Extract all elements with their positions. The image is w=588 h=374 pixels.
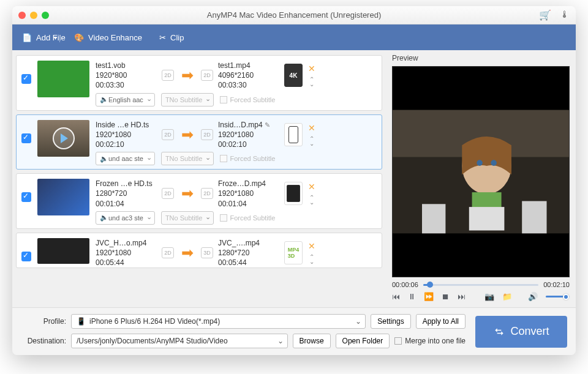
file-card[interactable]: Frozen …e HD.ts1280*72000:01:04 2D ➡ 2D … (16, 173, 382, 229)
subtitle-select[interactable]: T No Subtitle (161, 211, 214, 225)
device-icon[interactable] (284, 123, 303, 146)
volume-icon[interactable]: 🔊 (528, 292, 538, 301)
destination-label: Destination: (21, 337, 66, 345)
scissors-icon: ✂ (159, 33, 166, 42)
browse-button[interactable]: Browse (293, 334, 331, 348)
apply-all-button[interactable]: Apply to All (416, 314, 466, 329)
forced-subtitle-checkbox[interactable]: Forced Subtitle (220, 214, 275, 222)
audio-select[interactable]: 🔈 English aac (96, 93, 155, 107)
device-icon[interactable] (284, 182, 303, 205)
add-file-icon: 📄 (22, 33, 32, 42)
settings-button[interactable]: Settings (371, 314, 410, 329)
checkbox[interactable] (21, 133, 31, 143)
edit-icon[interactable]: ✎ (265, 121, 270, 129)
enhance-label: Video Enhance (88, 33, 142, 42)
add-file-button[interactable]: 📄 Add File |▾ (22, 33, 57, 42)
audio-select[interactable]: 🔈 und ac3 ste (96, 211, 155, 225)
subtitle-select[interactable]: T No Subtitle (161, 93, 214, 107)
palette-icon: 🎨 (74, 33, 84, 42)
seek-slider[interactable] (423, 284, 538, 286)
time-bar: 00:00:06 00:02:10 (392, 281, 570, 288)
forced-subtitle-checkbox[interactable]: Forced Subtitle (220, 96, 275, 103)
dest-info: JVC_….mp41280*72000:05:44 (218, 238, 279, 268)
reorder-icon[interactable]: ⌃⌄ (309, 255, 314, 264)
subtitle-select[interactable]: T No Subtitle (161, 152, 214, 165)
remove-icon[interactable]: ✕ (308, 123, 315, 133)
open-folder-icon[interactable]: 📁 (502, 292, 512, 301)
file-card[interactable]: test1.vob1920*80000:03:30 2D ➡ 2D test1.… (16, 55, 382, 111)
source-info: JVC_H…o.mp41920*108000:05:44 (96, 238, 157, 268)
checkbox[interactable] (21, 252, 31, 261)
open-folder-button[interactable]: Open Folder (336, 334, 390, 348)
badge-3d: 3D (201, 247, 213, 258)
badge-2d: 2D (162, 129, 174, 140)
file-list: test1.vob1920*80000:03:30 2D ➡ 2D test1.… (12, 50, 386, 307)
pause-icon[interactable]: ⏸ (408, 292, 416, 301)
badge-2d: 2D (162, 70, 174, 81)
badge-2d: 2D (162, 188, 174, 199)
remove-icon[interactable]: ✕ (308, 64, 315, 73)
remove-icon[interactable]: ✕ (308, 241, 315, 251)
reorder-icon[interactable]: ⌃⌄ (309, 195, 314, 205)
stop-icon[interactable]: ⏹ (442, 292, 450, 301)
remove-icon[interactable]: ✕ (308, 182, 315, 192)
badge-2d: 2D (201, 70, 213, 81)
thumbnail[interactable] (37, 238, 89, 264)
svg-rect-7 (522, 201, 546, 234)
file-card[interactable]: JVC_H…o.mp41920*108000:05:44 2D ➡ 3D JVC… (16, 233, 382, 268)
merge-checkbox[interactable]: Merge into one file (394, 337, 466, 345)
svg-rect-8 (469, 207, 505, 230)
destination-input[interactable]: /Users/jonly/Documents/AnyMP4 Studio/Vid… (71, 334, 288, 348)
main-toolbar: 📄 Add File |▾ 🎨 Video Enhance ✂ Clip (12, 24, 576, 50)
preview-label: Preview (392, 54, 570, 62)
fast-forward-icon[interactable]: ⏩ (424, 292, 434, 301)
badge-2d: 2D (201, 129, 213, 140)
profile-label: Profile: (21, 317, 66, 326)
app-window: AnyMP4 Mac Video Enhancement (Unregister… (12, 6, 576, 355)
thumbnail[interactable] (37, 61, 89, 97)
arrow-icon: ➡ (181, 126, 194, 143)
svg-point-4 (491, 160, 497, 166)
volume-slider[interactable] (546, 296, 570, 297)
preview-panel: Preview 00:00:06 00:02:10 (386, 50, 576, 307)
window-title: AnyMP4 Mac Video Enhancement (Unregister… (12, 10, 576, 20)
video-enhance-button[interactable]: 🎨 Video Enhance (74, 33, 142, 42)
thumbnail[interactable] (37, 120, 89, 157)
dest-info: test1.mp44096*216000:03:30 (218, 61, 279, 91)
preview-screen[interactable] (392, 66, 570, 277)
thumbnail[interactable] (37, 179, 89, 215)
source-info: Frozen …e HD.ts1280*72000:01:04 (96, 179, 157, 209)
forced-subtitle-checkbox[interactable]: Forced Subtitle (220, 155, 275, 162)
snapshot-icon[interactable]: 📷 (484, 292, 494, 301)
bottom-bar: Profile: 📱iPhone 6 Plus/6 H.264 HD Video… (12, 307, 576, 355)
convert-label: Convert (510, 325, 549, 338)
clip-label: Clip (170, 33, 184, 42)
reorder-icon[interactable]: ⌃⌄ (309, 137, 314, 146)
profile-select[interactable]: 📱iPhone 6 Plus/6 H.264 HD Video(*.mp4) (71, 314, 366, 329)
titlebar: AnyMP4 Mac Video Enhancement (Unregister… (12, 6, 576, 24)
clip-button[interactable]: ✂ Clip (159, 33, 184, 42)
time-current: 00:00:06 (392, 281, 418, 288)
arrow-icon: ➡ (181, 185, 194, 202)
source-info: test1.vob1920*80000:03:30 (96, 61, 157, 91)
add-file-label: Add File (36, 33, 66, 42)
time-total: 00:02:10 (543, 281, 570, 288)
prev-icon[interactable]: ⏮ (392, 292, 400, 301)
file-card[interactable]: Inside …e HD.ts1920*108000:02:10 2D ➡ 2D… (16, 114, 382, 170)
next-icon[interactable]: ⏭ (458, 292, 466, 301)
dest-info: Insid…D.mp4 ✎1920*108000:02:10 (218, 120, 279, 150)
arrow-icon: ➡ (181, 244, 194, 261)
badge-2d: 2D (201, 188, 213, 199)
badge-2d: 2D (162, 247, 174, 258)
source-info: Inside …e HD.ts1920*108000:02:10 (96, 120, 157, 150)
audio-select[interactable]: 🔈 und aac ste (96, 152, 155, 165)
device-icon[interactable]: 4K (284, 64, 303, 87)
checkbox[interactable] (21, 74, 31, 84)
svg-point-3 (477, 160, 483, 166)
device-icon[interactable]: MP43D (284, 241, 303, 264)
reorder-icon[interactable]: ⌃⌄ (309, 77, 314, 87)
checkbox[interactable] (21, 192, 31, 202)
convert-button[interactable]: Convert (475, 316, 567, 348)
player-controls: ⏮ ⏸ ⏩ ⏹ ⏭ 📷 📁 🔊 (392, 292, 570, 301)
arrow-icon: ➡ (181, 67, 194, 84)
